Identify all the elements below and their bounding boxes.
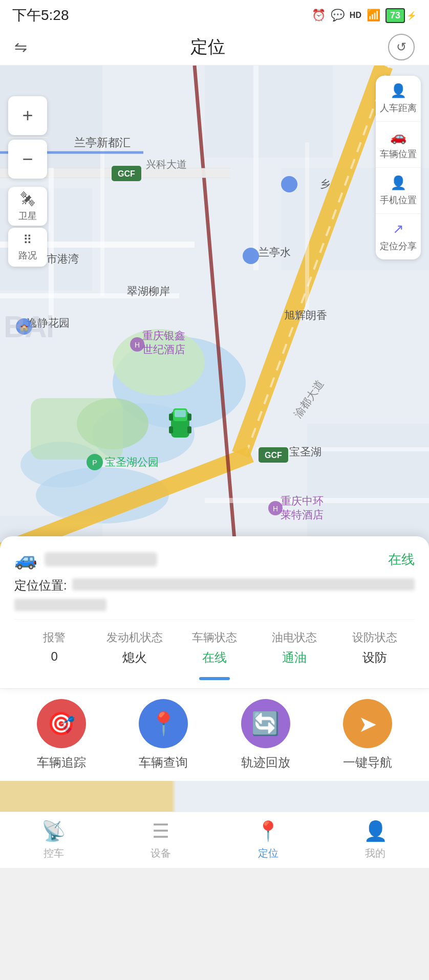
status-time: 下午5:28 — [12, 6, 69, 25]
satellite-icon: 🛰 — [20, 191, 35, 208]
stat-alarm: 报警 0 — [14, 630, 94, 666]
vehicle-location-button[interactable]: 🚗 车辆位置 — [376, 122, 421, 168]
svg-rect-65 — [175, 410, 186, 417]
svg-rect-12 — [307, 424, 429, 552]
stat-fuel-label: 油电状态 — [272, 630, 317, 645]
track-playback-button[interactable]: 🔄 轨迹回放 — [241, 699, 290, 771]
nav-device[interactable]: ☰ 设备 — [108, 812, 215, 868]
map-container[interactable]: GCF GCF 兰亭新都汇 兴科大道 城市港湾 翠湖柳岸 逸静花园 兰亭水 旭辉… — [0, 66, 429, 552]
traffic-icon: ⠿ — [23, 233, 32, 247]
navigation-button[interactable]: ➤ 一键导航 — [343, 699, 392, 771]
info-card: 🚙 在线 定位位置: 报警 0 发动机状态 熄火 车辆状态 在线 油电状态 通油… — [0, 536, 429, 688]
svg-text:P: P — [92, 459, 97, 467]
share-loc-icon: ↗ — [393, 221, 404, 237]
control-car-icon: 📡 — [41, 820, 66, 842]
status-icons: ⏰ 💬 HD 📶 73 ⚡ — [312, 8, 417, 23]
vehicle-query-button[interactable]: 📍 车辆查询 — [139, 699, 188, 771]
stat-guard: 设防状态 设防 — [335, 630, 415, 666]
playback-icon: 🔄 — [241, 699, 290, 748]
person-car-icon: 👤 — [390, 83, 406, 99]
stat-alarm-value: 0 — [51, 649, 58, 664]
query-icon: 📍 — [139, 699, 188, 748]
scroll-indicator — [14, 671, 415, 680]
location-nav-label: 定位 — [258, 846, 278, 860]
share-loc-label: 定位分享 — [380, 240, 417, 252]
svg-rect-64 — [187, 426, 191, 433]
vehicle-name-blurred — [45, 552, 157, 567]
nav-control-car[interactable]: 📡 控车 — [0, 812, 108, 868]
svg-rect-7 — [31, 398, 123, 460]
vehicle-name-row: 🚙 — [14, 549, 157, 570]
svg-text:H: H — [135, 341, 140, 349]
zoom-in-button[interactable]: + — [8, 96, 47, 135]
share-location-button[interactable]: ↗ 定位分享 — [376, 214, 421, 259]
satellite-label: 卫星 — [18, 210, 37, 222]
tracking-label: 车辆追踪 — [37, 754, 86, 771]
phone-location-button[interactable]: 👤 手机位置 — [376, 168, 421, 214]
nav-mine[interactable]: 👤 我的 — [322, 812, 430, 868]
stat-vehicle: 车辆状态 在线 — [175, 630, 254, 666]
device-label: 设备 — [151, 846, 171, 860]
wifi-icon: 📶 — [367, 9, 380, 22]
stat-fuel-value: 通油 — [282, 649, 307, 666]
svg-text:兴科大道: 兴科大道 — [146, 159, 187, 170]
stat-vehicle-value: 在线 — [202, 649, 227, 666]
control-car-label: 控车 — [44, 846, 64, 860]
location-row: 定位位置: — [14, 577, 415, 594]
svg-text:兰亭新都汇: 兰亭新都汇 — [74, 136, 131, 149]
map-controls-right: 👤 人车距离 🚗 车辆位置 👤 手机位置 ↗ 定位分享 — [376, 76, 421, 259]
satellite-button[interactable]: 🛰 卫星 — [8, 187, 47, 226]
status-bar: 下午5:28 ⏰ 💬 HD 📶 73 ⚡ — [0, 0, 429, 29]
svg-text:世纪酒店: 世纪酒店 — [142, 343, 185, 355]
scroll-dot — [199, 677, 230, 680]
tracking-icon: 🎯 — [37, 699, 86, 748]
stat-guard-value: 设防 — [362, 649, 387, 666]
zoom-out-button[interactable]: − — [8, 140, 47, 179]
svg-text:兰亭水: 兰亭水 — [259, 246, 291, 258]
navigation-label: 一键导航 — [343, 754, 392, 771]
location-value-blurred — [72, 578, 415, 591]
svg-text:宝圣湖公园: 宝圣湖公园 — [105, 456, 159, 468]
mine-icon: 👤 — [363, 820, 388, 842]
wechat-icon: 💬 — [331, 9, 345, 22]
svg-rect-10 — [205, 66, 333, 158]
online-status-badge: 在线 — [388, 551, 415, 569]
alarm-icon: ⏰ — [312, 9, 326, 22]
svg-rect-61 — [169, 413, 173, 421]
map-bottom-strip — [0, 781, 429, 812]
bai-watermark: BAi — [4, 309, 53, 344]
vehicle-tracking-button[interactable]: 🎯 车辆追踪 — [37, 699, 86, 771]
location-sub-blurred — [14, 599, 106, 611]
svg-rect-63 — [169, 426, 173, 433]
phone-loc-icon: 👤 — [390, 175, 406, 191]
nav-location[interactable]: 📍 定位 — [214, 812, 322, 868]
back-button[interactable]: ⇋ — [14, 38, 27, 56]
map-controls-left: + − 🛰 卫星 ⠿ 路况 — [8, 96, 47, 267]
page-title: 定位 — [190, 35, 225, 59]
svg-rect-62 — [187, 413, 191, 421]
stats-row: 报警 0 发动机状态 熄火 车辆状态 在线 油电状态 通油 设防状态 设防 — [14, 619, 415, 671]
battery-indicator: 73 ⚡ — [385, 8, 417, 23]
person-car-distance-button[interactable]: 👤 人车距离 — [376, 76, 421, 122]
battery-level: 73 — [385, 8, 405, 23]
refresh-button[interactable]: ↺ — [388, 34, 415, 60]
person-car-label: 人车距离 — [380, 102, 417, 114]
phone-loc-label: 手机位置 — [380, 194, 417, 206]
stat-engine-label: 发动机状态 — [106, 630, 163, 645]
traffic-button[interactable]: ⠿ 路况 — [8, 228, 47, 267]
app-header: ⇋ 定位 ↺ — [0, 29, 429, 66]
action-buttons: 🎯 车辆追踪 📍 车辆查询 🔄 轨迹回放 ➤ 一键导航 — [0, 688, 429, 781]
svg-point-55 — [243, 248, 259, 264]
stat-engine: 发动机状态 熄火 — [94, 630, 174, 666]
location-label: 定位位置: — [14, 577, 67, 594]
map-svg: GCF GCF 兰亭新都汇 兴科大道 城市港湾 翠湖柳岸 逸静花园 兰亭水 旭辉… — [0, 66, 429, 552]
svg-text:重庆银鑫: 重庆银鑫 — [142, 330, 185, 341]
svg-text:旭辉朗香: 旭辉朗香 — [284, 309, 327, 321]
device-icon: ☰ — [152, 820, 169, 842]
svg-text:重庆中环: 重庆中环 — [281, 495, 324, 507]
vehicle-loc-label: 车辆位置 — [380, 148, 417, 160]
signal-icon: HD — [350, 11, 361, 20]
vehicle-loc-icon: 🚗 — [390, 129, 406, 145]
location-icon: 📍 — [256, 820, 280, 842]
svg-text:GCF: GCF — [265, 451, 282, 460]
